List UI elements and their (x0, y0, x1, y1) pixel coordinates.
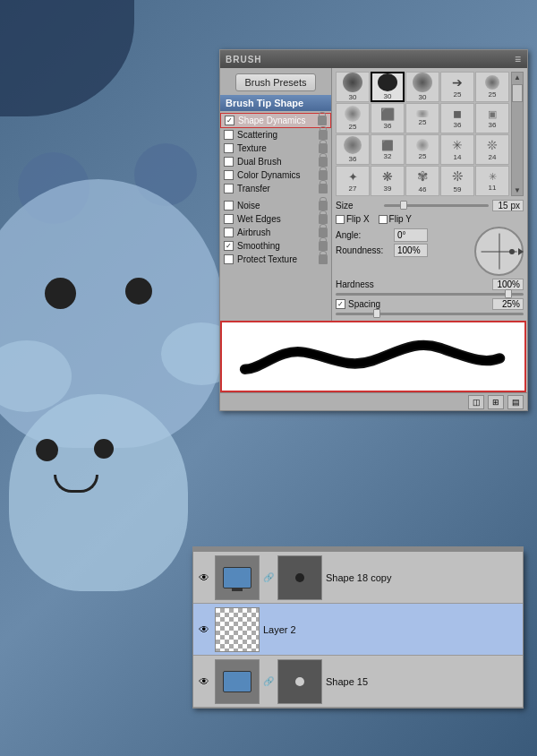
brush-item-25-arrow[interactable]: ➔ 25 (440, 72, 474, 102)
brush-item-14-star1[interactable]: ✳ 14 (440, 134, 474, 165)
brush-panel-header: BRUSH ≡ (220, 50, 527, 68)
dial-line-v (499, 233, 499, 270)
hardness-slider-thumb[interactable] (505, 289, 512, 298)
size-value[interactable]: 15 px (492, 200, 524, 211)
ghost-eye-left (45, 278, 76, 309)
option-scattering-label: Scattering (237, 130, 277, 140)
layer-eye-shape15[interactable]: 👁 (197, 674, 211, 689)
preview-tool-btn-1[interactable]: ◫ (468, 395, 484, 409)
spacing-label: Spacing (348, 299, 380, 309)
checkbox-dual-brush[interactable] (224, 157, 234, 167)
checkbox-color-dynamics[interactable] (224, 170, 234, 180)
option-smoothing[interactable]: Smoothing (220, 239, 331, 253)
option-shape-dynamics[interactable]: Shape Dynamics (220, 113, 331, 128)
option-airbrush[interactable]: Airbrush (220, 226, 331, 239)
brush-panel: BRUSH ≡ Brush Presets Brush Tip Shape Sh… (219, 49, 528, 411)
roundness-input[interactable] (394, 244, 428, 257)
option-protect-texture-label: Protect Texture (237, 254, 297, 264)
brush-item-30-round[interactable]: 30 (405, 72, 439, 102)
lock-icon-dual-brush (319, 157, 328, 167)
option-texture[interactable]: Texture (220, 142, 331, 155)
eye-icon-shape15: 👁 (199, 675, 209, 688)
checkbox-scattering[interactable] (224, 130, 234, 140)
layer-thumb-shape15 (215, 659, 260, 704)
spacing-checkbox[interactable] (336, 299, 345, 309)
layer-eye-shape18copy[interactable]: 👁 (197, 571, 211, 585)
checkbox-protect-texture[interactable] (224, 254, 234, 264)
lock-icon-texture (319, 143, 328, 153)
spacing-slider-thumb[interactable] (373, 309, 380, 318)
spacing-slider[interactable] (336, 313, 524, 315)
lock-icon-scattering (319, 130, 328, 140)
brush-grid-main: 30 30 30 ➔ 2 (336, 72, 511, 196)
brush-item-30-soft[interactable]: 30 (336, 72, 370, 102)
brush-item-36-tex2[interactable]: ◼ 36 (440, 103, 474, 133)
layer-row-layer2[interactable]: 👁 Layer 2 (193, 604, 523, 656)
checkbox-noise[interactable] (224, 201, 234, 210)
brush-item-46-star5[interactable]: ✾ 46 (405, 166, 439, 196)
option-transfer[interactable]: Transfer (220, 182, 331, 195)
option-scattering[interactable]: Scattering (220, 128, 331, 142)
size-slider[interactable] (384, 204, 489, 207)
option-noise[interactable]: Noise (220, 199, 331, 212)
layer-link-icon-shape15: 🔗 (263, 676, 274, 686)
option-color-dynamics-label: Color Dynamics (237, 170, 301, 180)
brush-item-25-round[interactable]: 25 (475, 72, 509, 102)
option-wet-edges-label: Wet Edges (237, 214, 281, 224)
scroll-up-arrow[interactable]: ▲ (513, 73, 522, 82)
checkbox-texture[interactable] (224, 143, 234, 153)
brush-item-11-star7[interactable]: ✳ 11 (475, 166, 509, 196)
ghost-small (9, 394, 188, 591)
angle-dial[interactable] (474, 227, 524, 276)
brush-item-36-tex1[interactable]: ⬛ 36 (371, 103, 405, 133)
brush-item-25-soft3[interactable]: 25 (405, 103, 439, 133)
layer-name-shape15: Shape 15 (326, 676, 519, 687)
brush-item-39-star4[interactable]: ❋ 39 (371, 166, 405, 196)
checkbox-shape-dynamics[interactable] (225, 116, 234, 125)
angle-roundness-row: Angle: Roundness: (336, 227, 524, 276)
hardness-slider[interactable] (336, 293, 524, 296)
brush-item-25-soft5[interactable]: 25 (405, 134, 439, 165)
panel-resize-handle[interactable] (192, 546, 524, 551)
layer-row-shape18copy[interactable]: 👁 🔗 Shape 18 copy (193, 552, 523, 604)
dial-arrow-right (518, 248, 524, 255)
brush-item-30-hard[interactable]: 30 (371, 72, 405, 102)
option-wet-edges[interactable]: Wet Edges (220, 212, 331, 226)
lock-icon-noise (319, 201, 328, 210)
layer-eye-layer2[interactable]: 👁 (197, 623, 211, 637)
size-slider-thumb[interactable] (400, 201, 407, 210)
preview-tool-btn-2[interactable]: ⊞ (488, 395, 504, 409)
brush-item-36-tex3[interactable]: ▣ 36 (475, 103, 509, 133)
dial-dot (509, 249, 515, 254)
brush-item-59-star6[interactable]: ❊ 59 (440, 166, 474, 196)
option-dual-brush[interactable]: Dual Brush (220, 155, 331, 168)
preview-tool-btn-3[interactable]: ▤ (507, 395, 524, 409)
option-protect-texture[interactable]: Protect Texture (220, 253, 331, 266)
brush-presets-button[interactable]: Brush Presets (235, 73, 316, 91)
flip-x-checkbox[interactable] (336, 215, 345, 224)
brush-tip-shape-header[interactable]: Brush Tip Shape (220, 95, 331, 111)
flip-y-checkbox[interactable] (379, 215, 388, 224)
brush-item-36-soft4[interactable]: 36 (336, 134, 370, 165)
angle-roundness-fields: Angle: Roundness: (336, 227, 467, 259)
brush-item-24-star2[interactable]: ❊ 24 (475, 134, 509, 165)
spacing-label-row: Spacing (336, 299, 380, 309)
lock-icon-color-dynamics (319, 170, 328, 180)
checkbox-smoothing[interactable] (224, 241, 234, 251)
layer-thumb-shape15-mask (277, 659, 322, 704)
angle-input[interactable] (394, 228, 428, 242)
roundness-field-row: Roundness: (336, 244, 467, 257)
scroll-thumb[interactable] (512, 84, 523, 102)
layer-row-shape15[interactable]: 👁 🔗 Shape 15 (193, 656, 523, 708)
brush-item-32-tex4[interactable]: ⬛ 32 (371, 134, 405, 165)
brush-item-27-star3[interactable]: ✦ 27 (336, 166, 370, 196)
brush-grid-scrollbar[interactable]: ▲ ▼ (511, 72, 524, 196)
panel-menu-icon[interactable]: ≡ (515, 53, 522, 65)
brush-item-25-soft2[interactable]: 25 (336, 103, 370, 133)
layer-name-shape18copy: Shape 18 copy (326, 572, 519, 583)
checkbox-wet-edges[interactable] (224, 214, 234, 224)
option-color-dynamics[interactable]: Color Dynamics (220, 168, 331, 182)
checkbox-transfer[interactable] (224, 184, 234, 193)
checkbox-airbrush[interactable] (224, 228, 234, 237)
scroll-down-arrow[interactable]: ▼ (513, 185, 522, 195)
